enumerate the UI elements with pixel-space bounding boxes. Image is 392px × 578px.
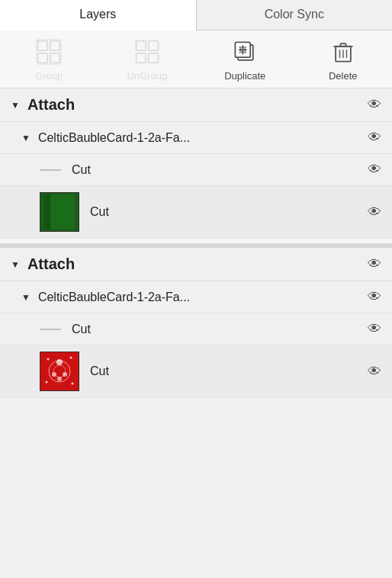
cut-row-2a: Cut 👁 bbox=[0, 313, 392, 345]
attach-eye-2[interactable]: 👁 bbox=[368, 256, 381, 272]
svg-point-35 bbox=[72, 383, 74, 385]
svg-point-31 bbox=[57, 377, 62, 381]
sub-eye-2[interactable]: 👁 bbox=[368, 289, 381, 305]
ungroup-button[interactable]: UnGroup bbox=[117, 37, 178, 82]
delete-icon bbox=[328, 37, 358, 67]
svg-rect-0 bbox=[38, 41, 48, 51]
attach-row-2: ▼ Attach 👁 bbox=[0, 248, 392, 281]
svg-rect-4 bbox=[37, 40, 61, 64]
sub-row-1: ▼ CelticBaubleCard-1-2a-Fa... 👁 bbox=[0, 122, 392, 154]
ungroup-icon bbox=[132, 37, 162, 67]
attach-chevron-2[interactable]: ▼ bbox=[11, 259, 20, 270]
cut-title-2a: Cut bbox=[72, 323, 368, 336]
cut-title-1b: Cut bbox=[90, 205, 368, 219]
svg-rect-5 bbox=[136, 41, 146, 51]
section-2: ▼ Attach 👁 ▼ CelticBaubleCard-1-2a-Fa...… bbox=[0, 248, 392, 398]
svg-point-34 bbox=[46, 381, 48, 384]
cut-eye-1b[interactable]: 👁 bbox=[368, 204, 381, 220]
svg-point-33 bbox=[70, 357, 72, 359]
group-icon bbox=[34, 37, 64, 67]
duplicate-icon bbox=[230, 37, 260, 67]
cut-eye-2a[interactable]: 👁 bbox=[368, 321, 381, 337]
svg-rect-3 bbox=[50, 53, 60, 63]
attach-chevron-1[interactable]: ▼ bbox=[11, 100, 20, 111]
svg-point-28 bbox=[56, 359, 63, 365]
sub-chevron-1[interactable]: ▼ bbox=[21, 133, 31, 143]
cut-title-1a: Cut bbox=[72, 163, 368, 177]
cut-thumbnail-1 bbox=[40, 192, 79, 232]
cut-line-1a bbox=[40, 169, 61, 171]
sub-title-1: CelticBaubleCard-1-2a-Fa... bbox=[38, 131, 368, 145]
tab-bar: Layers Color Sync bbox=[0, 0, 392, 31]
cut-title-2b: Cut bbox=[90, 364, 368, 378]
svg-point-32 bbox=[47, 358, 50, 361]
svg-rect-6 bbox=[149, 41, 159, 51]
tab-color-sync[interactable]: Color Sync bbox=[197, 0, 393, 30]
svg-rect-1 bbox=[50, 41, 60, 51]
tab-layers[interactable]: Layers bbox=[0, 0, 196, 31]
attach-row-1: ▼ Attach 👁 bbox=[0, 88, 392, 122]
svg-point-30 bbox=[63, 372, 67, 377]
cut-thumb-row-1: Cut 👁 bbox=[0, 186, 392, 239]
tab-layers-label: Layers bbox=[79, 8, 116, 21]
duplicate-button[interactable]: Duplicate bbox=[214, 37, 275, 82]
cut-eye-2b[interactable]: 👁 bbox=[368, 364, 381, 380]
tab-color-sync-label: Color Sync bbox=[265, 8, 324, 21]
group-button[interactable]: Group bbox=[18, 37, 79, 82]
attach-title-2: Attach bbox=[27, 255, 368, 273]
group-label: Group bbox=[35, 70, 63, 82]
sub-chevron-2[interactable]: ▼ bbox=[21, 292, 31, 303]
svg-rect-25 bbox=[41, 352, 78, 390]
svg-rect-7 bbox=[136, 53, 146, 63]
cut-eye-1a[interactable]: 👁 bbox=[368, 162, 381, 178]
sub-title-2: CelticBaubleCard-1-2a-Fa... bbox=[38, 291, 368, 304]
svg-point-29 bbox=[52, 372, 56, 377]
duplicate-label: Duplicate bbox=[224, 70, 265, 82]
cut-thumbnail-2 bbox=[40, 352, 79, 391]
toolbar: Group UnGroup Du bbox=[0, 31, 392, 88]
sub-eye-1[interactable]: 👁 bbox=[368, 130, 381, 146]
cut-thumb-row-2: Cut 👁 bbox=[0, 345, 392, 398]
cut-line-2a bbox=[40, 329, 61, 330]
svg-rect-2 bbox=[38, 53, 48, 63]
svg-rect-24 bbox=[44, 194, 50, 230]
cut-row-1a: Cut 👁 bbox=[0, 154, 392, 186]
section-1: ▼ Attach 👁 ▼ CelticBaubleCard-1-2a-Fa...… bbox=[0, 88, 392, 239]
ungroup-label: UnGroup bbox=[127, 70, 167, 82]
sub-row-2: ▼ CelticBaubleCard-1-2a-Fa... 👁 bbox=[0, 281, 392, 313]
attach-title-1: Attach bbox=[27, 96, 368, 114]
delete-label: Delete bbox=[329, 70, 358, 82]
attach-eye-1[interactable]: 👁 bbox=[368, 97, 381, 113]
delete-button[interactable]: Delete bbox=[313, 37, 374, 82]
layers-content: ▼ Attach 👁 ▼ CelticBaubleCard-1-2a-Fa...… bbox=[0, 88, 392, 398]
svg-rect-8 bbox=[149, 53, 159, 63]
